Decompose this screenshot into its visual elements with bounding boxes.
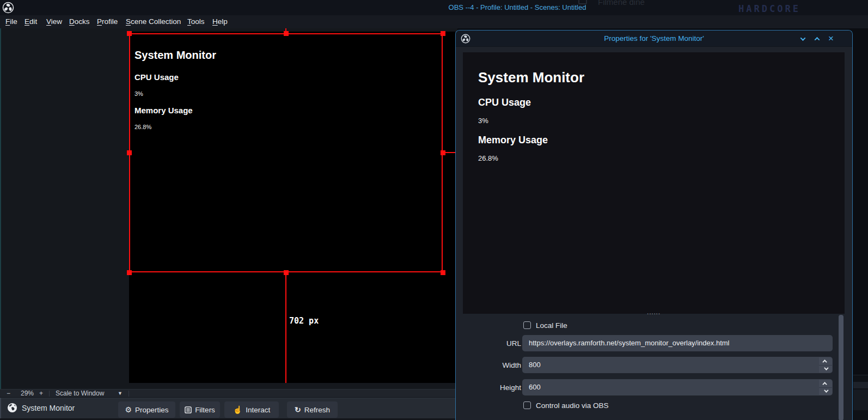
preview-overlay-mem-value: 26.8% <box>478 154 498 162</box>
chevron-down-icon <box>800 35 805 41</box>
url-label: URL <box>478 339 521 348</box>
dialog-titlebar[interactable]: Properties for 'System Monitor' × <box>456 31 852 47</box>
ghost-stripe <box>853 389 868 410</box>
chevron-up-icon <box>822 382 827 386</box>
window-title: OBS --4 - Profile: Untitled - Scenes: Un… <box>327 3 708 11</box>
ghost-text-brand: HARDCORE <box>738 3 800 14</box>
width-spin-down-button[interactable] <box>819 366 832 373</box>
toolbar-left-border <box>0 398 1 420</box>
chevron-down-icon <box>824 388 828 393</box>
interact-hand-icon: ☝ <box>233 406 242 413</box>
dialog-splitter-handle[interactable]: ▪▪▪▪▪▪ <box>456 311 852 317</box>
menu-profile[interactable]: Profile <box>97 17 118 27</box>
width-input[interactable]: 800 <box>522 357 833 373</box>
width-spinner <box>819 357 832 373</box>
pane-left-border <box>0 28 1 389</box>
dialog-title: Properties for 'System Monitor' <box>510 34 798 42</box>
zoom-out-button[interactable]: − <box>7 390 10 397</box>
menu-edit[interactable]: Edit <box>25 17 37 27</box>
gear-icon: ⚙ <box>125 406 132 413</box>
close-icon: × <box>828 34 834 43</box>
height-label: Height <box>478 384 521 392</box>
url-input[interactable]: https://overlays.ramforth.net/system_mon… <box>522 335 833 351</box>
dialog-source-preview: System Monitor CPU Usage 3% Memory Usage… <box>463 52 845 314</box>
selected-source-name[interactable]: System Monitor <box>22 401 75 415</box>
menu-docks[interactable]: Docks <box>69 17 90 27</box>
refresh-button[interactable]: ↻ Refresh <box>287 401 338 418</box>
local-file-label: Local File <box>536 321 567 330</box>
selection-handle-mid-right[interactable] <box>441 150 445 155</box>
obs-logo-icon <box>2 2 14 14</box>
zoom-bar-separator <box>49 391 50 397</box>
preview-overlay-title: System Monitor <box>478 69 584 86</box>
preview-overlay-cpu-label: CPU Usage <box>478 97 531 108</box>
menu-tools[interactable]: Tools <box>187 17 205 27</box>
chevron-up-icon <box>822 360 827 364</box>
measure-label: 702 px <box>289 316 319 326</box>
chevron-down-icon <box>824 366 828 370</box>
local-file-checkbox[interactable] <box>523 321 531 329</box>
selection-handle-top-center[interactable] <box>284 31 289 36</box>
menu-scene-collection[interactable]: Scene Collection <box>126 17 181 27</box>
height-input[interactable]: 600 <box>522 379 833 395</box>
dialog-scrollbar[interactable] <box>839 315 843 420</box>
filter-icon <box>185 406 192 413</box>
zoom-bar: − 29% + Scale to Window ▼ <box>0 389 457 398</box>
menu-view[interactable]: View <box>46 17 62 27</box>
scale-mode-dropdown-icon[interactable]: ▼ <box>118 390 123 397</box>
browser-source-icon <box>7 403 17 415</box>
properties-button[interactable]: ⚙ Properties <box>118 401 175 418</box>
dialog-dock-down-button[interactable] <box>798 34 808 43</box>
properties-dialog: Properties for 'System Monitor' × System… <box>455 30 853 420</box>
filters-button[interactable]: Filters <box>180 401 220 418</box>
scale-mode-label[interactable]: Scale to Window <box>56 390 104 397</box>
dialog-obs-logo-icon <box>461 34 470 44</box>
selection-handle-mid-left[interactable] <box>127 150 132 155</box>
control-audio-checkbox[interactable] <box>523 401 531 409</box>
refresh-icon: ↻ <box>295 406 301 413</box>
preview-overlay-cpu-value: 3% <box>478 117 488 125</box>
zoom-in-button[interactable]: + <box>39 390 43 397</box>
selection-handle-bottom-left[interactable] <box>127 270 132 275</box>
width-label: Width <box>478 361 521 369</box>
ghost-stripe <box>853 382 868 388</box>
menu-help[interactable]: Help <box>212 17 228 27</box>
chevron-up-icon <box>814 36 820 42</box>
interact-button[interactable]: ☝ Interact <box>224 401 279 418</box>
zoom-level-value: 29% <box>21 390 34 397</box>
menu-file[interactable]: File <box>5 17 17 27</box>
height-spin-down-button[interactable] <box>819 388 832 395</box>
window-titlebar: Filmene dine HARDCORE OBS --4 - Profile:… <box>0 0 868 15</box>
height-spinner <box>819 380 832 395</box>
selection-handle-top-right[interactable] <box>441 31 445 36</box>
bottom-measure-guide-line <box>285 272 286 383</box>
menu-bar: File Edit View Docks Profile Scene Colle… <box>0 15 868 28</box>
dialog-dock-up-button[interactable] <box>812 34 822 43</box>
selection-handle-top-left[interactable] <box>127 31 132 36</box>
width-spin-up-button[interactable] <box>819 357 832 366</box>
preview-overlay-mem-label: Memory Usage <box>478 135 548 146</box>
control-audio-label: Control audio via OBS <box>536 401 609 410</box>
source-selection-rect[interactable] <box>129 33 443 272</box>
height-spin-up-button[interactable] <box>819 380 832 388</box>
selection-handle-bottom-right[interactable] <box>441 270 445 275</box>
zoom-bar-separator-2 <box>129 391 129 397</box>
dialog-close-button[interactable]: × <box>826 34 836 43</box>
selection-handle-bottom-center[interactable] <box>284 270 289 275</box>
background-ghost-panel <box>853 375 868 420</box>
